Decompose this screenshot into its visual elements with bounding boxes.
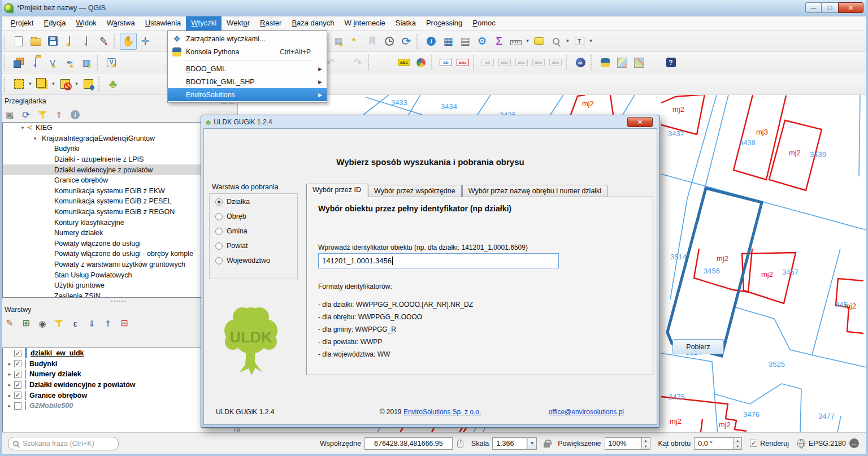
browser-item-komunikacja-systemu-egib-z-regon[interactable]: Komunikacja systemu EGiB z REGON: [3, 207, 235, 218]
layer-visibility-checkbox[interactable]: [14, 402, 21, 410]
radio-województwo[interactable]: Województwo: [215, 257, 270, 264]
move-label-button[interactable]: abc: [513, 54, 530, 71]
office-email-link[interactable]: office@envirosolutions.pl: [549, 408, 624, 416]
browser-item-zasilenia-zsin[interactable]: Zasilenia ZSIN: [3, 291, 235, 298]
menu-w-internecie[interactable]: W internecie: [340, 16, 390, 31]
uldk-dialog-close-button[interactable]: ✕: [627, 117, 653, 127]
uldk-dialog[interactable]: ♣ ULDK GUGiK 1.2.4 ✕ Wybierz sposób wysz…: [201, 115, 660, 428]
add-group-button[interactable]: ⊞: [20, 317, 32, 329]
menu-siatka[interactable]: Siatka: [390, 16, 421, 31]
datasource-manager-button[interactable]: ●: [27, 54, 44, 71]
layer-visibility-checkbox[interactable]: ✓: [14, 392, 21, 399]
download-button[interactable]: Pobierz: [672, 339, 724, 354]
new-shapefile-layer-button[interactable]: V★: [44, 54, 61, 71]
pan-map-button[interactable]: ✋: [120, 33, 137, 50]
locator-search-input[interactable]: Szukana fraza (Ctrl+K): [8, 437, 119, 450]
browser-item-powiaty-z-warstwami-użytków-gruntowych[interactable]: Powiaty z warstwami użytków gruntowych: [3, 259, 235, 270]
new-geopackage-layer-button[interactable]: ✒★: [61, 54, 78, 71]
redo-button[interactable]: ↷: [349, 54, 366, 71]
lock-scale-icon[interactable]: [544, 442, 550, 448]
field-calculator-button[interactable]: ▤: [457, 33, 474, 50]
browser-item-komunikacja-systemu-egib-z-ekw[interactable]: Komunikacja systemu EGiB z EKW: [3, 186, 235, 197]
browser-item-stan-usług-powiatowych[interactable]: Stan Usług Powiatowych: [3, 270, 235, 280]
title-bar[interactable]: *Projekt bez nazwy — QGIS — ▢ ✕: [0, 0, 868, 16]
menu-raster[interactable]: Raster: [255, 16, 287, 31]
temporal-controller-button[interactable]: [381, 33, 398, 50]
attribute-table-button[interactable]: ▦: [440, 33, 457, 50]
browser-item-powiaty-włączone-do-usługi-obręby-komple[interactable]: Powiaty włączone do usługi - obręby komp…: [3, 249, 235, 259]
menu-projekt[interactable]: Projekt: [6, 16, 38, 31]
show-hide-labels-button[interactable]: abc: [496, 54, 513, 71]
browser-item-komunikacja-systemu-egib-z-pesel[interactable]: Komunikacja systemu EGiB z PESEL: [3, 196, 235, 207]
highlight-pinned-labels-button[interactable]: ab: [437, 54, 454, 71]
add-layer-button[interactable]: [10, 54, 27, 71]
layer-diagram-options-button[interactable]: [413, 54, 429, 71]
collapse-all-layers-button[interactable]: ⇑: [102, 317, 114, 329]
rotation-spin-arrows[interactable]: ▲▼: [734, 437, 742, 450]
zoom-last-dropdown-arrow[interactable]: ▼: [565, 33, 571, 50]
radio-powiat[interactable]: Powiat: [215, 242, 248, 250]
filter-browser-button[interactable]: [36, 108, 49, 121]
rotate-label-button[interactable]: abc: [530, 54, 547, 71]
measure-dropdown-arrow[interactable]: ▼: [524, 33, 531, 50]
menu-wektor[interactable]: Wektor: [222, 16, 255, 31]
text-annotation-button[interactable]: T: [571, 33, 588, 50]
magnifier-spinbox[interactable]: 100%: [605, 437, 642, 450]
browser-item-działki-ewidencyjne-z-powiatów[interactable]: Działki ewidencyjne z powiatów: [3, 164, 235, 175]
style-manager-button[interactable]: ✎●: [95, 33, 112, 50]
layer-item-budynki[interactable]: ▸✓Budynki: [3, 359, 235, 370]
crs-globe-icon[interactable]: [797, 439, 805, 448]
layer-visibility-checkbox[interactable]: ✓: [14, 381, 21, 389]
filter-by-expression-button[interactable]: ε: [69, 317, 81, 329]
layout-manager-button[interactable]: ●: [78, 33, 95, 50]
scale-combo[interactable]: 1:366: [492, 437, 527, 450]
rotation-spinbox[interactable]: 0,0 °: [694, 437, 734, 450]
browser-item-użytki-gruntowe[interactable]: Użytki gruntowe: [3, 280, 235, 291]
menu-item-bdot10k-gml-shp[interactable]: BDOT10k_GML_SHP▶: [168, 75, 327, 88]
layer-item-działki-ewidencyjne-z-powiatów[interactable]: ▸✓Działki ewidencyjne z powiatów: [3, 380, 235, 390]
refresh-browser-button[interactable]: ⟳: [20, 108, 32, 121]
browser-item-kontury-klasyfikacyjne[interactable]: Kontury klasyfikacyjne: [3, 217, 235, 228]
add-selected-layers-button[interactable]: ▣●: [3, 108, 16, 121]
pan-to-selection-button[interactable]: ✛: [137, 33, 154, 50]
render-checkbox[interactable]: ✓: [750, 440, 757, 447]
refresh-map-button[interactable]: ⟳: [398, 33, 415, 50]
manage-map-themes-button[interactable]: ◉: [36, 317, 49, 329]
statistical-summary-button[interactable]: Σ: [491, 33, 507, 50]
open-project-button[interactable]: [27, 33, 44, 50]
metasearch-button[interactable]: ∞: [572, 54, 589, 71]
osm-place-search-button[interactable]: [614, 54, 631, 71]
change-label-properties-button[interactable]: abc: [547, 54, 564, 71]
measure-button[interactable]: [507, 33, 524, 50]
radio-obręb[interactable]: Obręb: [215, 212, 246, 220]
deselect-all-dropdown-arrow[interactable]: ▼: [73, 76, 80, 93]
new-print-layout-button[interactable]: ★: [61, 33, 78, 50]
osm-tiles-button[interactable]: [631, 54, 648, 71]
radio-działka[interactable]: Działka: [215, 198, 250, 206]
extents-toggle-icon[interactable]: [457, 440, 463, 448]
browser-properties-button[interactable]: i: [69, 108, 81, 121]
browser-item-granice-obrębów[interactable]: Granice obrębów: [3, 175, 235, 186]
layer-visibility-checkbox[interactable]: ✓: [14, 350, 21, 357]
identifier-input[interactable]: 141201_1.0001.3456: [318, 253, 559, 268]
tab-wybór-przez-współrzędne[interactable]: Wybór przez współrzędne: [368, 185, 462, 197]
python-console-tb-button[interactable]: [597, 54, 614, 71]
envirosolutions-link[interactable]: EnviroSolutions Sp. z o.o.: [403, 408, 481, 416]
layer-visibility-checkbox[interactable]: ✓: [14, 360, 21, 367]
tab-wybór-przez-nazwę-obrębu-i-numer-działki[interactable]: Wybór przez nazwę obrębu i numer działki: [462, 185, 607, 197]
tab-wybór-przez-id[interactable]: Wybór przez ID: [306, 184, 367, 197]
filter-legend-button[interactable]: [53, 317, 65, 329]
browser-item-krajowaintegracjaewidencjigruntow[interactable]: ▾KrajowaIntegracjaEwidencjiGruntow: [3, 133, 235, 144]
menu-item-bdoo-gml[interactable]: BDOO_GML▶: [168, 62, 327, 75]
browser-item-budynki[interactable]: Budynki: [3, 144, 235, 154]
messages-icon[interactable]: …: [849, 438, 859, 448]
text-annotation-dropdown-arrow[interactable]: ▼: [588, 33, 594, 50]
select-features-dropdown-arrow[interactable]: ▼: [27, 76, 33, 93]
browser-item-kieg[interactable]: ▾≺KIEG: [3, 123, 235, 133]
new-3d-map-view-button[interactable]: ▦★: [330, 33, 347, 50]
menu-item-konsola-pythona[interactable]: Konsola PythonaCtrl+Alt+P: [168, 45, 327, 58]
select-features-by-value-dropdown-arrow[interactable]: ▼: [50, 76, 57, 93]
minimize-button[interactable]: —: [805, 2, 822, 13]
layer-labeling-options-button[interactable]: abc: [396, 54, 413, 71]
menu-item-envirosolutions[interactable]: EnviroSolutions▶: [168, 88, 327, 101]
